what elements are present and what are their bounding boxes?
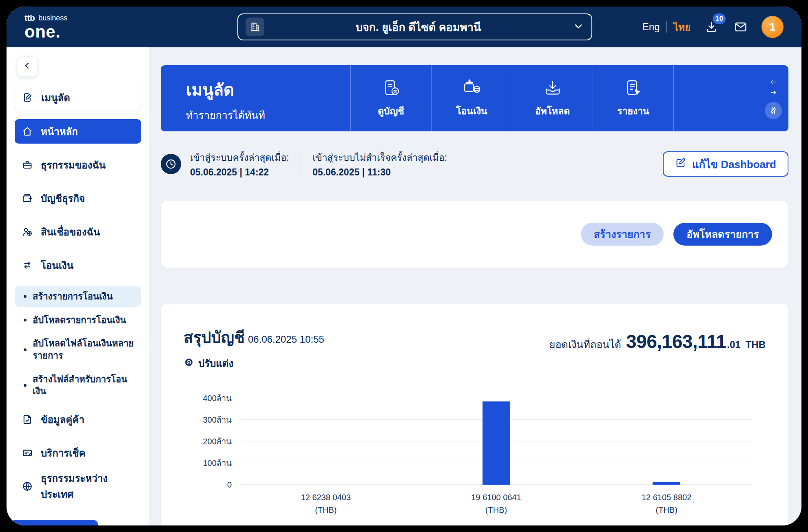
mail-button[interactable]: [732, 18, 749, 35]
withdrawable-amount: 396,163,111: [626, 330, 726, 352]
download-count-badge: 10: [713, 13, 726, 24]
brand-logo[interactable]: ttb business one.: [24, 13, 67, 40]
sidebar-item-label: บัญชีธุรกิจ: [41, 191, 85, 206]
sidebar-item-quick-menu[interactable]: เมนูลัด: [15, 85, 141, 110]
clock-icon: [161, 154, 181, 174]
sidebar-subitem-upload-transfer[interactable]: อัปโหลดรายการโอนเงิน: [15, 310, 141, 330]
login-info-divider: [301, 153, 301, 175]
top-header: ttb business one. บจก. ยูเอ็ก ดีไซต์ คอม…: [7, 7, 801, 47]
sidebar-item-cheque-service[interactable]: บริการเช็ค: [15, 441, 141, 465]
language-divider: [666, 21, 667, 33]
banner-end-section: [673, 65, 788, 131]
sidebar-item-label: ธุรกรรมของฉัน: [41, 157, 106, 173]
quick-action-transfer[interactable]: โอนเงิน: [431, 65, 512, 131]
failed-login-label: เข้าสู่ระบบไม่สำเร็จครั้งล่าสุดเมื่อ:: [312, 150, 447, 165]
upload-transaction-button[interactable]: อัพโหลดรายการ: [673, 223, 772, 246]
bullet-icon: [24, 348, 27, 351]
sidebar-subitem-label: สร้างไฟล์สำหรับการโอนเงิน: [33, 373, 135, 397]
last-login-block: เข้าสู่ระบบครั้งล่าสุดเมื่อ: 05.06.2025 …: [190, 150, 289, 178]
customize-button[interactable]: ปรับแต่ง: [184, 355, 324, 371]
chart-ytick-label: 400ล้าน: [203, 392, 232, 405]
quick-action-view-account[interactable]: ดูบัญชี: [350, 65, 431, 131]
transaction-actions-card: สร้างรายการ อัพโหลดรายการ: [161, 201, 788, 268]
chart-ytick-label: 300ล้าน: [203, 413, 232, 426]
main-content: เมนูลัด ทำรายการได้ทันที ดูบัญชี: [149, 47, 801, 525]
sidebar-subitem-upload-bulk-file[interactable]: อัปโหลดไฟล์โอนเงินหลายรายการ: [15, 333, 141, 366]
sidebar-subitem-label: อัปโหลดไฟล์โอนเงินหลายรายการ: [33, 337, 135, 361]
banner-intro: เมนูลัด ทำรายการได้ทันที: [161, 65, 350, 131]
header-actions: Eng ไทย 10 1: [642, 16, 784, 38]
sidebar-item-partial[interactable]: [11, 520, 98, 525]
brand-one-label: one.: [24, 23, 67, 40]
loan-person-coin-icon: [21, 226, 33, 238]
failed-login-block: เข้าสู่ระบบไม่สำเร็จครั้งล่าสุดเมื่อ: 05…: [312, 150, 447, 178]
chart-ytick-label: 200ล้าน: [203, 435, 232, 448]
edit-dashboard-label: แก้ไข Dashboard: [692, 156, 776, 173]
language-eng[interactable]: Eng: [642, 21, 660, 33]
withdrawable-currency: THB: [746, 339, 766, 350]
create-transaction-button[interactable]: สร้างรายการ: [581, 223, 664, 246]
sidebar-item-my-transactions[interactable]: ธุรกรรมของฉัน: [15, 153, 141, 177]
chart-ytick-label: 100ล้าน: [203, 457, 232, 470]
chart-bar: [653, 482, 680, 485]
sidebar-subitem-label: อัปโหลดรายการโอนเงิน: [33, 314, 126, 326]
quick-action-upload[interactable]: อัพโหลด: [512, 65, 593, 131]
avatar[interactable]: 1: [762, 16, 784, 38]
report-icon: [624, 78, 643, 100]
wallet-icon: [21, 192, 33, 204]
chart-column: [411, 398, 582, 485]
banner-customize-button[interactable]: [765, 102, 782, 119]
quick-menu-banner: เมนูลัด ทำรายการได้ทันที ดูบัญชี: [161, 65, 788, 131]
banner-scroll-left-icon[interactable]: [769, 78, 778, 86]
sidebar-item-label: เมนูลัด: [41, 90, 70, 106]
sidebar-item-business-account[interactable]: บัญชีธุรกิจ: [15, 186, 141, 211]
upload-icon: [543, 78, 562, 100]
language-thai[interactable]: ไทย: [673, 19, 691, 35]
chart-category-label: 12 6105 8802(THB): [581, 491, 752, 516]
login-info-row: เข้าสู่ระบบครั้งล่าสุดเมื่อ: 05.06.2025 …: [161, 150, 788, 178]
quick-menu-icon: [22, 91, 34, 104]
sidebar-subitem-create-transfer[interactable]: สร้างรายการโอนเงิน: [15, 286, 141, 307]
download-button[interactable]: 10: [703, 18, 720, 35]
chevron-left-icon: [22, 61, 32, 72]
customize-label: ปรับแต่ง: [198, 355, 233, 371]
sidebar-item-partner-info[interactable]: ข้อมูลคู่ค้า: [15, 407, 141, 432]
banner-scroll-right-icon[interactable]: [769, 88, 778, 97]
sidebar-item-international[interactable]: ธุรกรรมระหว่างประเทศ: [15, 474, 141, 499]
company-selector[interactable]: บจก. ยูเอ็ก ดีไซต์ คอมพานี: [237, 13, 592, 40]
sidebar: เมนูลัด หน้าหลัก ธุรกรรมของฉัน: [7, 47, 149, 525]
cheque-icon: [21, 447, 33, 459]
chart-column: [241, 398, 411, 485]
ttb-logo-icon: ttb: [24, 13, 35, 22]
chart-ytick-label: 0: [227, 480, 232, 490]
bullet-icon: [24, 384, 27, 387]
chart-columns: [241, 398, 752, 485]
sidebar-item-label: ธุรกรรมระหว่างประเทศ: [41, 470, 135, 502]
building-icon: [246, 18, 264, 36]
account-balance-chart: 0100ล้าน200ล้าน300ล้าน400ล้าน 12 6238 04…: [184, 398, 766, 516]
sidebar-item-my-loans[interactable]: สินเชื่อของฉัน: [15, 219, 141, 244]
chevron-down-icon: [573, 20, 584, 33]
globe-icon: [21, 480, 33, 492]
chart-plot: 0100ล้าน200ล้าน300ล้าน400ล้าน: [241, 398, 752, 485]
quick-action-label: โอนเงิน: [456, 104, 487, 118]
transfer-arrows-icon: [21, 259, 33, 271]
sidebar-item-transfer[interactable]: โอนเงิน: [15, 253, 141, 277]
brand-business-label: business: [38, 14, 67, 22]
sidebar-subitem-create-transfer-file[interactable]: สร้างไฟล์สำหรับการโอนเงิน: [15, 369, 141, 401]
sidebar-item-label: โอนเงิน: [41, 257, 73, 273]
last-login-value: 05.06.2025 | 14:22: [190, 167, 289, 178]
quick-action-report[interactable]: รายงาน: [593, 65, 673, 131]
edit-pencil-icon: [675, 157, 686, 171]
document-check-icon: [21, 413, 33, 426]
withdrawable-label: ยอดเงินที่ถอนได้: [549, 336, 621, 352]
app-window: ttb business one. บจก. ยูเอ็ก ดีไซต์ คอม…: [7, 7, 801, 525]
sidebar-collapse-button[interactable]: [17, 56, 38, 77]
company-name: บจก. ยูเอ็ก ดีไซต์ คอมพานี: [271, 18, 566, 36]
view-account-icon: [381, 78, 401, 100]
sidebar-item-home[interactable]: หน้าหลัก: [15, 119, 141, 144]
chart-bar: [483, 401, 510, 485]
edit-dashboard-button[interactable]: แก้ไข Dashboard: [663, 151, 788, 177]
banner-title: เมนูลัด: [186, 77, 350, 103]
sidebar-item-label: หน้าหลัก: [41, 124, 78, 140]
